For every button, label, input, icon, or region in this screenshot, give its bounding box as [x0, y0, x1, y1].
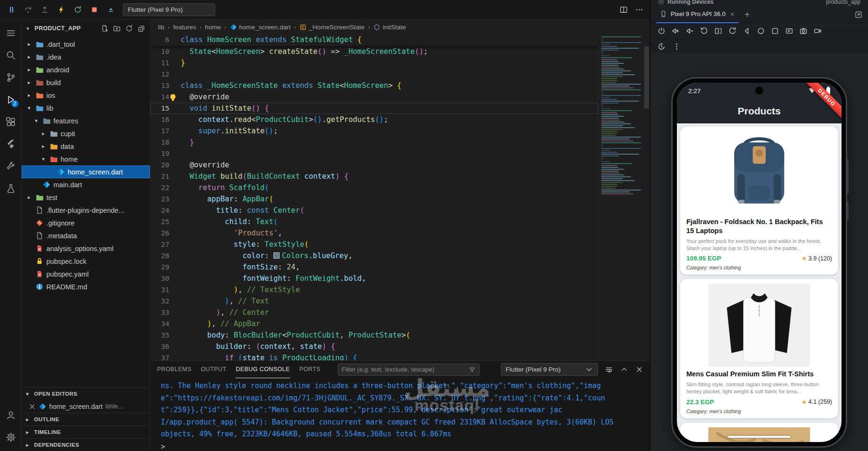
product-card-3[interactable] [680, 423, 838, 442]
code-line-17[interactable]: 17 super.initState(); [150, 125, 598, 137]
activity-tools[interactable] [0, 155, 22, 177]
screen-record-icon[interactable] [811, 26, 824, 37]
activity-search[interactable] [0, 44, 22, 66]
new-file-icon[interactable] [101, 25, 108, 32]
chevron-down-icon[interactable]: ▾ [26, 105, 33, 111]
tree-item-lib[interactable]: ▾lib [22, 102, 150, 114]
tree-item-analysis-options-yaml[interactable]: analysis_options.yaml [22, 242, 150, 255]
device-selector[interactable]: Flutter (Pixel 9 Pro) [123, 3, 215, 16]
chevron-right-icon[interactable]: ▸ [40, 143, 47, 149]
stop-icon[interactable] [89, 5, 99, 15]
activity-flutter[interactable] [0, 133, 22, 155]
code-line-31[interactable]: 31 ), // TextStyle [150, 284, 598, 295]
code-line-37[interactable]: 37 if (state is ProductLoading) { [150, 352, 598, 360]
code-line-33[interactable]: 33 ), // Center [150, 307, 598, 318]
tree-item-features[interactable]: ▾features [22, 114, 150, 127]
rotate-left-icon[interactable] [698, 26, 710, 37]
more-h-icon[interactable] [635, 6, 643, 14]
tree-item-build[interactable]: ▸build [22, 76, 150, 89]
code-line-19[interactable]: 19 [150, 148, 598, 159]
open-in-window-icon[interactable] [855, 11, 862, 18]
split-editor-icon[interactable] [620, 6, 628, 14]
code-line-29[interactable]: 29 fontSize: 24, [150, 261, 598, 273]
code-line-27[interactable]: 27 style: TextStyle( [150, 239, 598, 250]
kebab-icon[interactable] [670, 41, 683, 52]
breadcrumb-item-initstate[interactable]: initState [373, 24, 406, 31]
tree-item--flutter-plugins-depende-[interactable]: .flutter-plugins-depende... [22, 204, 150, 217]
chevron-right-icon[interactable]: ▸ [26, 41, 33, 47]
hot-reload-icon[interactable] [56, 5, 66, 15]
code-line-21[interactable]: 21 Widget build(BuildContext context) { [150, 171, 598, 182]
code-line-36[interactable]: 36 builder: (context, state) { [150, 341, 598, 352]
product-card-1[interactable]: Fjallraven - Foldsack No. 1 Backpack, Fi… [680, 127, 838, 275]
home-indicator[interactable] [728, 436, 790, 438]
screenshot-icon[interactable] [797, 26, 809, 37]
close-tab-icon[interactable] [729, 11, 735, 17]
code-line-24[interactable]: 24 title: const Center( [150, 205, 598, 216]
breadcrumb-item-features[interactable]: features [173, 24, 196, 31]
code-line-14[interactable]: 14 @override [150, 91, 598, 103]
phone-screen[interactable]: 2:27 Products DEBUG Fjallraven - Foldsac… [677, 83, 842, 442]
code-line-28[interactable]: 28 color: Colors.blueGrey, [150, 250, 598, 261]
chevron-right-icon[interactable]: ▸ [26, 67, 33, 73]
fold-icon[interactable] [712, 26, 724, 37]
code-line-11[interactable]: 11} [150, 57, 598, 69]
chevron-down-icon[interactable]: ▾ [33, 118, 40, 124]
tree-item-pubspec-yaml[interactable]: pubspec.yaml [22, 268, 150, 280]
home-nav-icon[interactable] [754, 26, 767, 37]
code-line-22[interactable]: 22 return Scaffold( [150, 182, 598, 193]
snapshot-restore-icon[interactable] [655, 41, 667, 52]
code-line-6[interactable]: 6class HomeScreen extends StatefulWidget… [150, 34, 362, 45]
volume-up-icon[interactable] [669, 26, 682, 37]
chevron-right-icon[interactable]: ▸ [26, 54, 33, 60]
tree-item-home-screen-dart[interactable]: home_screen.dart [22, 165, 150, 178]
activity-menu[interactable] [0, 22, 22, 44]
code-line-12[interactable]: 12 [150, 69, 598, 80]
device-tab[interactable]: Pixel 9 Pro API 36.0 [656, 6, 739, 23]
tree-item--idea[interactable]: ▸.idea [22, 51, 150, 63]
power-icon[interactable] [655, 26, 667, 37]
tree-item-readme-md[interactable]: README.md [22, 280, 150, 293]
code-line-18[interactable]: 18 } [150, 137, 598, 148]
add-device-tab-icon[interactable] [744, 11, 751, 18]
tree-item-ios[interactable]: ▸ios [22, 89, 150, 102]
volume-down-icon[interactable] [684, 26, 696, 37]
tree-item-main-dart[interactable]: main.dart [22, 178, 150, 191]
activity-settings[interactable] [0, 426, 22, 448]
restart-icon[interactable] [73, 5, 82, 15]
minimap[interactable] [598, 34, 643, 360]
breadcrumb-item--homescreenstate[interactable]: _HomeScreenState [299, 24, 365, 31]
code-line-32[interactable]: 32 ), // Text [150, 295, 598, 307]
step-out-icon[interactable] [40, 5, 49, 15]
refresh-icon[interactable] [125, 25, 133, 32]
tree-item-cupit[interactable]: ▸cupit [22, 127, 150, 140]
code-line-23[interactable]: 23 appBar: AppBar( [150, 193, 598, 205]
display-icon[interactable] [783, 26, 795, 37]
code-line-30[interactable]: 30 fontWeight: FontWeight.bold, [150, 273, 598, 284]
collapse-all-icon[interactable] [138, 25, 145, 32]
tree-item--dart-tool[interactable]: ▸.dart_tool [22, 38, 150, 51]
editor-scrollbar[interactable] [643, 34, 650, 360]
breadcrumb-item-home-screen-dart[interactable]: home_screen.dart [230, 24, 291, 31]
console-prompt[interactable]: > [161, 441, 645, 451]
overview-icon[interactable] [769, 26, 781, 37]
console-device-selector[interactable]: Flutter (Pixel 9 Pro) [501, 363, 598, 376]
tree-item-data[interactable]: ▸data [22, 140, 150, 153]
code-line-26[interactable]: 26 'Products', [150, 227, 598, 239]
section-open-editors[interactable]: ▾ OPEN EDITORS [22, 387, 150, 400]
section-timeline[interactable]: ▸ TIMELINE [22, 425, 150, 438]
code-line-10[interactable]: 10 State<HomeScreen> createState() => _H… [150, 46, 598, 57]
code-line-15[interactable]: 15 void initState() { [150, 103, 598, 114]
detach-icon[interactable] [106, 5, 115, 15]
tree-item-test[interactable]: ▸test [22, 191, 150, 204]
back-icon[interactable] [740, 26, 753, 37]
breadcrumb-item-lib[interactable]: lib [158, 24, 165, 31]
tree-item--metadata[interactable]: .metadata [22, 229, 150, 242]
code-line-13[interactable]: 13class _HomeScreenState extends State<H… [150, 80, 598, 91]
pause-icon[interactable] [7, 5, 16, 15]
code-line-20[interactable]: 20 @override [150, 159, 598, 171]
tree-item--gitignore[interactable]: .gitignore [22, 217, 150, 229]
word-wrap-icon[interactable] [605, 365, 613, 373]
maximize-panel-icon[interactable] [620, 365, 628, 373]
chevron-right-icon[interactable]: ▸ [26, 92, 33, 98]
